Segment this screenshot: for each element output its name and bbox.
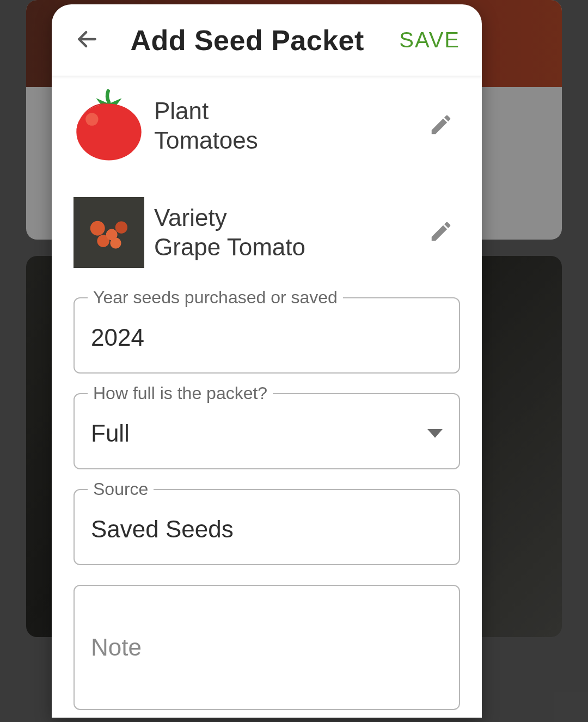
variety-value: Grape Tomato bbox=[154, 234, 412, 261]
variety-image bbox=[74, 197, 144, 268]
note-field[interactable]: Note bbox=[74, 585, 460, 710]
svg-point-2 bbox=[85, 113, 98, 125]
back-arrow-icon bbox=[75, 27, 99, 53]
tomato-icon bbox=[74, 88, 144, 164]
back-button[interactable] bbox=[68, 21, 106, 59]
edit-plant-button[interactable] bbox=[422, 107, 460, 145]
dialog-header: Add Seed Packet SAVE bbox=[52, 4, 482, 76]
source-field[interactable]: Source bbox=[74, 489, 460, 565]
source-field-label: Source bbox=[88, 479, 154, 499]
edit-variety-button[interactable] bbox=[422, 213, 460, 252]
variety-label: Variety bbox=[154, 204, 412, 231]
fullness-field-label: How full is the packet? bbox=[88, 383, 273, 403]
variety-text: Variety Grape Tomato bbox=[144, 204, 422, 261]
dialog-body: Plant Tomatoes Variety Grape Tomato bbox=[52, 76, 482, 718]
variety-row: Variety Grape Tomato bbox=[74, 187, 460, 278]
pencil-icon bbox=[428, 219, 454, 246]
plant-image bbox=[74, 90, 144, 161]
svg-point-1 bbox=[76, 103, 141, 160]
year-field[interactable]: Year seeds purchased or saved bbox=[74, 297, 460, 374]
add-seed-packet-dialog: Add Seed Packet SAVE Plant Tomatoes bbox=[52, 4, 482, 718]
save-button[interactable]: SAVE bbox=[388, 28, 471, 52]
year-input[interactable] bbox=[91, 324, 443, 351]
chevron-down-icon bbox=[427, 429, 443, 438]
plant-label: Plant bbox=[154, 97, 412, 125]
fullness-value: Full bbox=[91, 420, 130, 447]
fullness-field[interactable]: How full is the packet? Full bbox=[74, 393, 460, 469]
variety-thumbnail bbox=[74, 197, 144, 268]
year-field-label: Year seeds purchased or saved bbox=[88, 287, 343, 308]
source-input[interactable] bbox=[91, 516, 443, 543]
plant-row: Plant Tomatoes bbox=[74, 81, 460, 171]
note-placeholder: Note bbox=[91, 634, 142, 661]
plant-value: Tomatoes bbox=[154, 127, 412, 154]
pencil-icon bbox=[428, 112, 454, 139]
plant-text: Plant Tomatoes bbox=[144, 97, 422, 154]
dialog-title: Add Seed Packet bbox=[106, 24, 388, 57]
